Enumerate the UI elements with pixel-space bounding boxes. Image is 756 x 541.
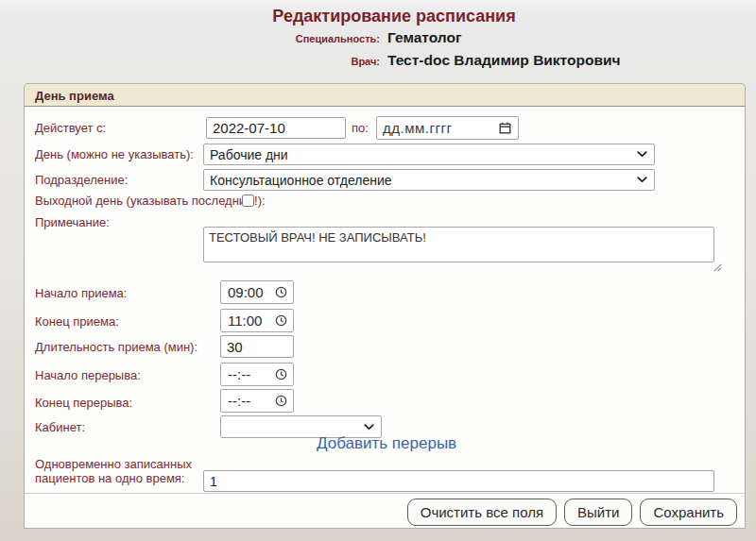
department-select[interactable]: Консультационное отделение bbox=[203, 169, 655, 191]
resize-grip-icon[interactable] bbox=[713, 263, 722, 272]
chevron-down-icon bbox=[637, 151, 647, 158]
simultaneous-label-line1: Одновременно записанных bbox=[35, 457, 192, 471]
day-select-value: Рабочие дни bbox=[210, 147, 288, 162]
date-placeholder: дд.мм.гггг bbox=[383, 120, 452, 136]
chevron-down-icon bbox=[637, 177, 647, 183]
department-label: Подразделение: bbox=[35, 173, 128, 187]
doctor-value: Тест-doc Владимир Викторович bbox=[387, 52, 620, 69]
break-end-value: --:-- bbox=[228, 393, 250, 409]
start-time-value: 09:00 bbox=[228, 284, 264, 300]
end-time-value: 11:00 bbox=[228, 313, 262, 329]
clock-icon[interactable] bbox=[275, 286, 287, 298]
panel-body: Действует с: по: дд.мм.гггг День (можно … bbox=[24, 107, 746, 529]
start-time-label: Начало приема: bbox=[35, 286, 127, 300]
reception-day-panel: День приема Действует с: по: дд.мм.гггг … bbox=[24, 83, 746, 529]
chevron-down-icon bbox=[364, 424, 374, 431]
break-start-label: Начало перерыва: bbox=[35, 368, 141, 382]
specialty-label: Специальность: bbox=[0, 33, 380, 44]
end-time-label: Конец приема: bbox=[35, 314, 119, 329]
note-textarea[interactable]: ТЕСТОВЫЙ ВРАЧ! НЕ ЗАПИСЫВАТЬ! bbox=[203, 227, 714, 262]
day-label: День (можно не указывать): bbox=[35, 147, 194, 161]
valid-from-label: Действует с: bbox=[35, 121, 106, 135]
simultaneous-label-line2: пациентов на одно время: bbox=[35, 471, 192, 485]
save-button[interactable]: Сохранить bbox=[640, 499, 737, 526]
dayoff-checkbox[interactable] bbox=[242, 194, 254, 207]
day-select[interactable]: Рабочие дни bbox=[203, 144, 655, 165]
doctor-label: Врач: bbox=[0, 56, 380, 67]
clock-icon[interactable] bbox=[275, 368, 287, 380]
footer-bar: Очистить все поля Выйти Сохранить bbox=[25, 493, 745, 528]
end-time-input[interactable]: 11:00 bbox=[220, 309, 294, 332]
break-start-input[interactable]: --:-- bbox=[220, 363, 294, 386]
exit-button[interactable]: Выйти bbox=[564, 499, 632, 526]
simultaneous-input[interactable] bbox=[203, 470, 714, 492]
page-title: Редактирование расписания bbox=[16, 7, 756, 26]
panel-header: День приема bbox=[24, 83, 746, 107]
department-select-value: Консультационное отделение bbox=[210, 173, 392, 188]
clock-icon[interactable] bbox=[275, 314, 287, 327]
valid-to-label: по: bbox=[352, 121, 369, 135]
clock-icon[interactable] bbox=[275, 395, 287, 407]
break-end-input[interactable]: --:-- bbox=[220, 389, 294, 413]
dayoff-label: Выходной день (указывать последним!): bbox=[35, 194, 266, 208]
add-break-link[interactable]: Добавить перерыв bbox=[317, 434, 456, 453]
duration-label: Длительность приема (мин): bbox=[35, 340, 198, 354]
valid-from-input[interactable] bbox=[206, 117, 346, 139]
note-label: Примечание: bbox=[35, 215, 110, 229]
cabinet-label: Кабинет: bbox=[35, 420, 85, 434]
calendar-icon[interactable] bbox=[499, 122, 511, 134]
clear-all-button[interactable]: Очистить все поля bbox=[407, 499, 557, 526]
simultaneous-label: Одновременно записанных пациентов на одн… bbox=[35, 457, 192, 485]
duration-input[interactable] bbox=[220, 335, 294, 358]
specialty-value: Гематолог bbox=[387, 29, 461, 46]
valid-to-date-input[interactable]: дд.мм.гггг bbox=[376, 116, 519, 140]
break-start-value: --:-- bbox=[228, 366, 250, 382]
break-end-label: Конец перерыва: bbox=[35, 396, 132, 410]
start-time-input[interactable]: 09:00 bbox=[220, 280, 294, 304]
